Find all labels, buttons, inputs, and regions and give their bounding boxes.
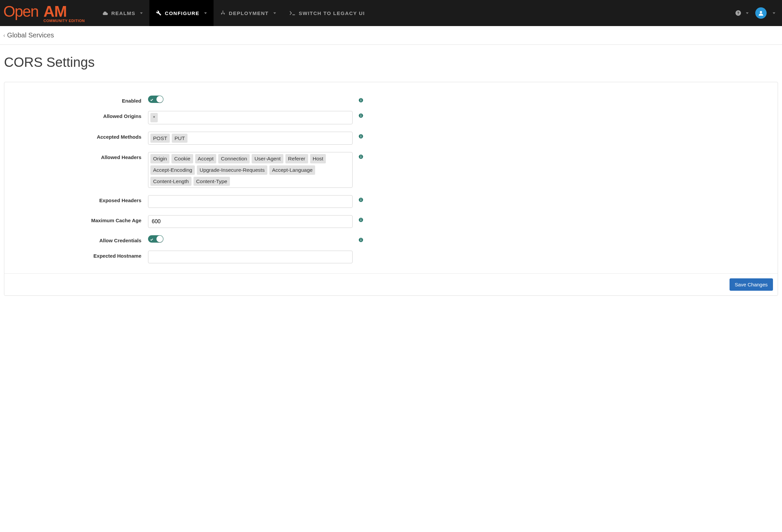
cloud-icon <box>102 11 108 15</box>
label-allowed-headers: Allowed Headers <box>14 152 148 160</box>
svg-rect-13 <box>361 136 361 138</box>
caret-down-icon <box>204 12 207 14</box>
input-allowed-origins[interactable]: * <box>148 111 353 124</box>
svg-rect-10 <box>361 115 361 117</box>
label-accepted-methods: Accepted Methods <box>14 132 148 140</box>
logo[interactable]: Open AM COMMUNITY EDITION <box>0 3 95 24</box>
caret-down-icon <box>140 12 143 14</box>
svg-rect-7 <box>361 100 361 102</box>
svg-point-11 <box>361 114 361 115</box>
user-menu[interactable] <box>755 7 775 19</box>
chevron-left-icon: ‹ <box>3 32 5 38</box>
nav-configure[interactable]: CONFIGURE <box>149 0 214 26</box>
label-exposed-headers: Exposed Headers <box>14 195 148 203</box>
input-max-cache-age[interactable] <box>148 215 353 228</box>
svg-point-23 <box>361 218 361 219</box>
user-icon <box>758 10 763 16</box>
label-allow-credentials: Allow Credentials <box>14 235 148 243</box>
tag[interactable]: Host <box>310 154 326 164</box>
info-icon[interactable] <box>359 134 363 139</box>
svg-point-5 <box>760 11 762 13</box>
nav-items: REALMS CONFIGURE DEPLOYMENT SWITCH TO LE… <box>95 0 731 26</box>
page-title: CORS Settings <box>4 55 778 70</box>
check-icon <box>150 237 153 242</box>
nav-legacy-label: SWITCH TO LEGACY UI <box>299 10 365 16</box>
row-allow-credentials: Allow Credentials <box>14 235 768 243</box>
row-enabled: Enabled <box>14 96 768 104</box>
svg-point-8 <box>361 99 361 100</box>
help-icon: ? <box>735 10 741 16</box>
row-exposed-headers: Exposed Headers <box>14 195 768 208</box>
row-allowed-headers: Allowed Headers OriginCookieAcceptConnec… <box>14 152 768 188</box>
svg-text:?: ? <box>737 11 740 15</box>
info-icon[interactable] <box>359 218 363 222</box>
info-icon[interactable] <box>359 154 363 159</box>
tag[interactable]: Cookie <box>171 154 193 164</box>
info-icon[interactable] <box>359 198 363 202</box>
tag[interactable]: Referer <box>285 154 308 164</box>
caret-down-icon <box>773 12 775 14</box>
help-button[interactable]: ? <box>731 10 753 16</box>
nav-configure-label: CONFIGURE <box>165 10 200 16</box>
terminal-icon <box>289 11 295 15</box>
breadcrumb-back[interactable]: Global Services <box>7 31 54 39</box>
svg-rect-22 <box>361 219 361 221</box>
caret-down-icon <box>273 12 276 14</box>
tag[interactable]: User-Agent <box>252 154 283 164</box>
input-expected-hostname[interactable] <box>148 251 353 263</box>
tag[interactable]: PUT <box>172 134 187 143</box>
tag[interactable]: Accept <box>195 154 216 164</box>
top-nav: Open AM COMMUNITY EDITION REALMS CONFIGU… <box>0 0 782 26</box>
tag[interactable]: Accept-Encoding <box>150 166 195 175</box>
row-accepted-methods: Accepted Methods POSTPUT <box>14 132 768 145</box>
svg-text:AM: AM <box>43 3 67 20</box>
svg-text:COMMUNITY EDITION: COMMUNITY EDITION <box>43 19 85 23</box>
nav-realms-label: REALMS <box>111 10 135 16</box>
save-button[interactable]: Save Changes <box>730 278 773 291</box>
input-exposed-headers[interactable] <box>148 195 353 208</box>
toggle-enabled[interactable] <box>148 96 164 103</box>
svg-text:Open: Open <box>3 3 38 20</box>
svg-rect-19 <box>361 200 361 201</box>
nav-deployment[interactable]: DEPLOYMENT <box>214 0 283 26</box>
tag[interactable]: Content-Type <box>193 177 230 186</box>
caret-down-icon <box>746 12 749 14</box>
nav-legacy[interactable]: SWITCH TO LEGACY UI <box>283 0 371 26</box>
svg-rect-25 <box>361 240 361 241</box>
label-allowed-origins: Allowed Origins <box>14 111 148 119</box>
tag[interactable]: Origin <box>150 154 170 164</box>
tag[interactable]: Content-Length <box>150 177 191 186</box>
row-allowed-origins: Allowed Origins * <box>14 111 768 124</box>
row-max-cache-age: Maximum Cache Age <box>14 215 768 228</box>
tag[interactable]: Accept-Language <box>269 166 316 175</box>
label-max-cache-age: Maximum Cache Age <box>14 215 148 223</box>
input-accepted-methods[interactable]: POSTPUT <box>148 132 353 145</box>
check-icon <box>150 97 153 103</box>
breadcrumb: ‹ Global Services <box>0 26 782 45</box>
info-icon[interactable] <box>359 98 363 103</box>
label-expected-hostname: Expected Hostname <box>14 251 148 259</box>
tag[interactable]: * <box>150 113 158 122</box>
toggle-allow-credentials[interactable] <box>148 235 164 243</box>
svg-rect-16 <box>361 156 361 158</box>
row-expected-hostname: Expected Hostname <box>14 251 768 263</box>
svg-point-17 <box>361 155 361 156</box>
sitemap-icon <box>220 10 225 16</box>
avatar <box>755 7 767 19</box>
input-allowed-headers[interactable]: OriginCookieAcceptConnectionUser-AgentRe… <box>148 152 353 188</box>
svg-point-26 <box>361 239 361 239</box>
nav-right: ? <box>731 7 782 19</box>
tag[interactable]: Upgrade-Insecure-Requests <box>197 166 268 175</box>
tag[interactable]: Connection <box>218 154 250 164</box>
wrench-icon <box>156 10 162 16</box>
nav-deployment-label: DEPLOYMENT <box>229 10 269 16</box>
info-icon[interactable] <box>359 113 363 118</box>
tag[interactable]: POST <box>150 134 170 143</box>
nav-realms[interactable]: REALMS <box>95 0 149 26</box>
svg-point-20 <box>361 199 361 199</box>
label-enabled: Enabled <box>14 96 148 104</box>
info-icon[interactable] <box>359 238 363 242</box>
svg-point-14 <box>361 135 361 135</box>
settings-panel: Enabled Allowed Origins * Accepted Metho… <box>4 82 778 296</box>
